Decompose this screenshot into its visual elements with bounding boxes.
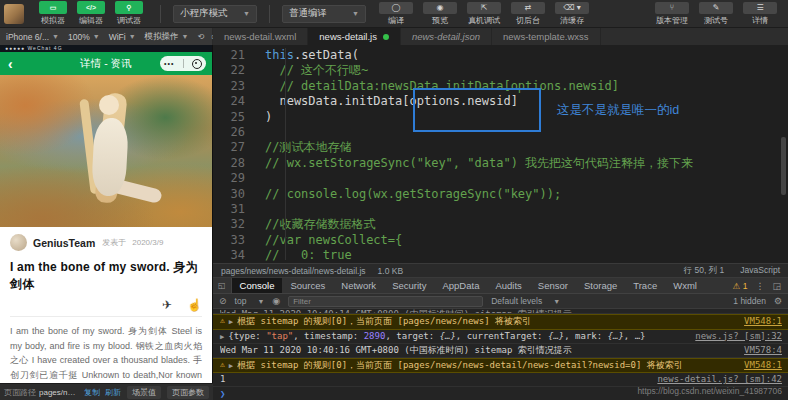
panel-toggle-icon: ▭ <box>39 1 67 14</box>
tab-label: news-detail.json <box>412 31 480 42</box>
action-switch-background[interactable]: ⇄切后台 <box>511 2 545 26</box>
cursor-position[interactable]: 行 50, 列 1 <box>684 265 725 277</box>
close-circle-icon[interactable] <box>192 59 202 69</box>
panel-toggle-label: 模拟器 <box>41 15 65 26</box>
warning-icon: ⚠ <box>220 360 225 371</box>
log-levels-dropdown[interactable]: Default levels ▼ <box>491 296 560 306</box>
panel-toggle-调试器[interactable]: ⚲调试器 <box>115 1 143 26</box>
undock-icon[interactable]: ◲ <box>772 281 781 291</box>
editor-scrollbar[interactable] <box>781 137 786 195</box>
action-clear-cache[interactable]: ⌫ ▾清缓存 <box>555 2 589 26</box>
source-link[interactable]: VM548:1 <box>744 316 782 327</box>
console-row[interactable]: Wed Mar 11 2020 10:40:16 GMT+0800 (中国标准时… <box>213 344 788 358</box>
devtools-tab-appdata[interactable]: AppData <box>434 278 487 293</box>
page-params-button[interactable]: 页面参数 <box>167 386 209 399</box>
network-dropdown[interactable]: WiFi ▼ <box>109 32 136 42</box>
gear-icon[interactable]: ⚙ <box>774 296 782 306</box>
source-link[interactable]: news.js? [sm]:32 <box>695 331 782 342</box>
chevron-down-icon: ▼ <box>52 33 59 40</box>
console-row[interactable]: ▶{type: "tap", timestamp: 2890, target: … <box>213 330 788 345</box>
tab-news-detail.js[interactable]: news-detail.js <box>308 28 401 45</box>
action-label: 真机调试 <box>468 15 500 26</box>
devtools-tab-audits[interactable]: Audits <box>487 278 529 293</box>
panel-toggle-编辑器[interactable]: </>编辑器 <box>77 1 105 26</box>
line-number: 23 <box>213 79 265 94</box>
action-test-account[interactable]: ✎测试号 <box>699 2 733 26</box>
eye-icon[interactable]: ◉ <box>272 296 280 306</box>
author-avatar[interactable] <box>10 234 27 251</box>
line-number: 32 <box>213 217 265 232</box>
author-row: GeniusTeam 发表于 2020/3/9 <box>10 234 202 251</box>
devtools-tab-storage[interactable]: Storage <box>576 278 625 293</box>
console-output: Wed Mar 11 2020 10:40:14 GMT+0800 (中国标准时… <box>213 309 788 387</box>
version-control-icon: ⑂ <box>655 2 689 14</box>
console-row[interactable]: ⚠▶根据 sitemap 的规则[0]，当前页面 [pages/news/new… <box>213 314 788 330</box>
console-filter-input[interactable] <box>288 296 483 307</box>
line-number: 26 <box>213 125 265 140</box>
mode-dropdown[interactable]: 小程序模式 ▼ <box>173 5 257 23</box>
copy-path-link[interactable]: 复制 <box>84 387 100 398</box>
action-preview[interactable]: ◉预览 <box>423 2 457 26</box>
action-compile[interactable]: ◯编译 <box>379 2 413 26</box>
toolbar-divider <box>160 5 161 23</box>
editor-statusbar: pages/news/news-detail/news-detail.js 1.… <box>213 263 788 277</box>
clear-console-icon[interactable]: ⊘ <box>219 296 227 306</box>
expand-arrow-icon[interactable]: ▶ <box>220 332 224 343</box>
line-number: 22 <box>213 63 265 78</box>
source-link[interactable]: VM548:1 <box>744 360 782 371</box>
like-hand-icon[interactable]: ☝ <box>187 298 202 312</box>
action-label: 切后台 <box>516 15 540 26</box>
console-row[interactable]: 1news-detail.js? [sm]:42 <box>213 373 788 387</box>
expand-arrow-icon[interactable]: ▶ <box>229 361 233 372</box>
user-avatar[interactable] <box>4 4 24 24</box>
mode-dropdown-label: 小程序模式 <box>180 7 228 20</box>
annotation-text: 这是不是就是唯一的id <box>557 102 679 119</box>
more-menu-icon[interactable]: ••• <box>164 60 174 67</box>
panel-toggle-icon: ⚲ <box>115 1 143 14</box>
devtools-tab-sensor[interactable]: Sensor <box>530 278 576 293</box>
devtools-tab-network[interactable]: Network <box>333 278 384 293</box>
article-cover-image <box>0 75 212 227</box>
console-row[interactable]: ⚠▶根据 sitemap 的规则[0]，当前页面 [pages/news/new… <box>213 358 788 374</box>
source-link[interactable]: news-detail.js? [sm]:42 <box>657 374 782 385</box>
sim-action-dropdown[interactable]: 模拟操作 ▼ <box>145 31 189 43</box>
action-details[interactable]: ☰详情 <box>743 2 777 26</box>
action-version-control[interactable]: ⑂版本管理 <box>655 2 689 26</box>
context-dropdown[interactable]: top ▼ <box>235 296 265 306</box>
source-link[interactable]: VM578:4 <box>744 345 782 356</box>
tab-news-template.wxss[interactable]: news-template.wxss <box>492 28 601 45</box>
warning-count-badge[interactable]: ⚠ 1 <box>733 281 748 291</box>
panel-toggle-group: ▭模拟器</>编辑器⚲调试器 <box>34 1 148 26</box>
language-mode[interactable]: JavaScript <box>740 265 780 277</box>
device-dropdown[interactable]: iPhone 6/... ▼ <box>6 32 59 42</box>
share-icon[interactable]: ✈ <box>162 298 172 312</box>
compile-mode-dropdown[interactable]: 普通编译 ▼ <box>282 5 366 23</box>
annotation-rectangle <box>413 88 541 132</box>
code-editor[interactable]: 21this.setData(22 // 这个不行嗯~23 // detailD… <box>213 45 788 263</box>
rotate-device-icon[interactable]: ⟲ <box>198 32 205 41</box>
zoom-dropdown[interactable]: 100% ▼ <box>68 32 100 42</box>
devtools-tab-security[interactable]: Security <box>384 278 434 293</box>
devtools-tab-wxml[interactable]: Wxml <box>665 278 705 293</box>
refresh-link[interactable]: 刷新 <box>105 387 121 398</box>
file-path: pages/news/news-detail/news-detail.js <box>221 266 366 276</box>
tab-news-detail.wxml[interactable]: news-detail.wxml <box>213 28 308 45</box>
devtools-tabbar: ◱ ConsoleSourcesNetworkSecurityAppDataAu… <box>213 278 788 294</box>
devtools-tab-sources[interactable]: Sources <box>282 278 333 293</box>
tab-news-detail.json[interactable]: news-detail.json <box>401 28 492 45</box>
scene-value-button[interactable]: 场景值 <box>127 386 161 399</box>
warning-count: 1 <box>743 281 748 291</box>
action-remote-debug[interactable]: ⇱真机调试 <box>467 2 501 26</box>
line-number: 24 <box>213 94 265 109</box>
tab-label: news-template.wxss <box>503 31 589 42</box>
panel-toggle-模拟器[interactable]: ▭模拟器 <box>39 1 67 26</box>
devtools-tab-trace[interactable]: Trace <box>625 278 665 293</box>
kebab-menu-icon[interactable]: ⋮ <box>755 281 764 291</box>
main-toolbar: ▭模拟器</>编辑器⚲调试器 小程序模式 ▼ 普通编译 ▼ ◯编译◉预览⇱真机调… <box>0 0 788 28</box>
devtools-tab-console[interactable]: Console <box>232 278 283 293</box>
expand-arrow-icon[interactable]: ▶ <box>229 317 233 328</box>
code-line: 33//var newsCollect={ <box>213 233 788 248</box>
line-number: 34 <box>213 248 265 263</box>
dock-window-icon[interactable]: ◱ <box>213 278 232 293</box>
console-message: 根据 sitemap 的规则[0]，当前页面 [pages/news/news]… <box>237 316 734 327</box>
